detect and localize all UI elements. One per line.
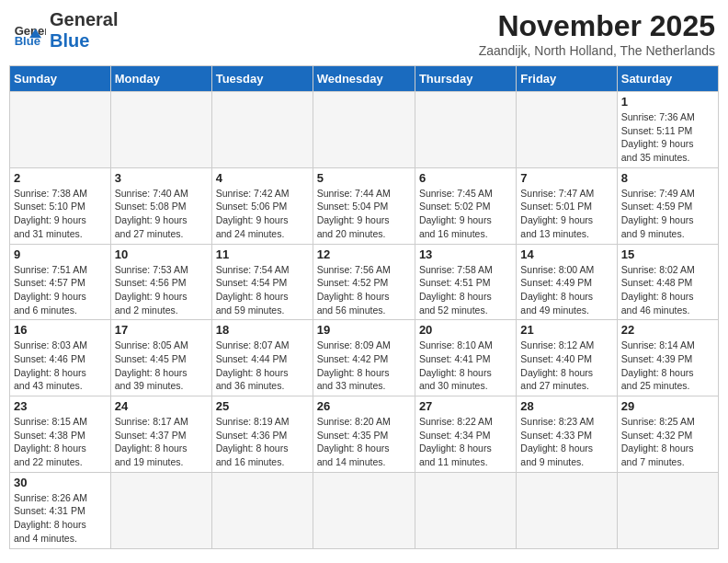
- day-info: Sunrise: 7:38 AM Sunset: 5:10 PM Dayligh…: [14, 187, 107, 241]
- day-number: 3: [115, 171, 208, 185]
- calendar-day-cell: 26Sunrise: 8:20 AM Sunset: 4:35 PM Dayli…: [313, 396, 415, 473]
- day-number: 7: [520, 171, 612, 185]
- day-info: Sunrise: 7:40 AM Sunset: 5:08 PM Dayligh…: [115, 187, 208, 241]
- day-info: Sunrise: 8:17 AM Sunset: 4:37 PM Dayligh…: [115, 415, 208, 469]
- svg-text:Blue: Blue: [15, 34, 40, 47]
- calendar-day-cell: 29Sunrise: 8:25 AM Sunset: 4:32 PM Dayli…: [617, 396, 718, 473]
- calendar-day-cell: 19Sunrise: 8:09 AM Sunset: 4:42 PM Dayli…: [313, 320, 415, 396]
- day-number: 18: [216, 323, 309, 337]
- title-block: November 2025 Zaandijk, North Holland, T…: [479, 9, 715, 58]
- page-header: General Blue General Blue November 2025 …: [9, 9, 719, 58]
- calendar-table: SundayMondayTuesdayWednesdayThursdayFrid…: [9, 65, 719, 549]
- day-number: 14: [520, 247, 612, 261]
- calendar-day-cell: 30Sunrise: 8:26 AM Sunset: 4:31 PM Dayli…: [10, 472, 111, 548]
- calendar-day-cell: 13Sunrise: 7:58 AM Sunset: 4:51 PM Dayli…: [415, 244, 516, 320]
- calendar-day-cell: 4Sunrise: 7:42 AM Sunset: 5:06 PM Daylig…: [211, 167, 313, 244]
- calendar-day-cell: 9Sunrise: 7:51 AM Sunset: 4:57 PM Daylig…: [10, 244, 111, 320]
- day-number: 27: [419, 399, 512, 413]
- calendar-day-cell: 24Sunrise: 8:17 AM Sunset: 4:37 PM Dayli…: [110, 396, 211, 473]
- day-info: Sunrise: 8:25 AM Sunset: 4:32 PM Dayligh…: [621, 415, 714, 469]
- day-info: Sunrise: 8:22 AM Sunset: 4:34 PM Dayligh…: [419, 415, 512, 469]
- day-info: Sunrise: 7:56 AM Sunset: 4:52 PM Dayligh…: [317, 263, 411, 317]
- calendar-header-tuesday: Tuesday: [211, 66, 313, 92]
- calendar-week-row: 23Sunrise: 8:15 AM Sunset: 4:38 PM Dayli…: [10, 396, 719, 473]
- calendar-day-cell: [211, 472, 313, 548]
- day-info: Sunrise: 7:47 AM Sunset: 5:01 PM Dayligh…: [520, 187, 612, 241]
- day-info: Sunrise: 7:42 AM Sunset: 5:06 PM Dayligh…: [216, 187, 309, 241]
- day-info: Sunrise: 7:53 AM Sunset: 4:56 PM Dayligh…: [115, 263, 208, 317]
- day-number: 2: [14, 171, 107, 185]
- day-info: Sunrise: 8:15 AM Sunset: 4:38 PM Dayligh…: [14, 415, 107, 469]
- day-info: Sunrise: 8:02 AM Sunset: 4:48 PM Dayligh…: [621, 263, 714, 317]
- day-info: Sunrise: 8:07 AM Sunset: 4:44 PM Dayligh…: [216, 339, 309, 393]
- calendar-day-cell: [110, 472, 211, 548]
- calendar-day-cell: 22Sunrise: 8:14 AM Sunset: 4:39 PM Dayli…: [617, 320, 718, 396]
- day-info: Sunrise: 7:36 AM Sunset: 5:11 PM Dayligh…: [621, 110, 714, 165]
- day-number: 21: [520, 323, 612, 337]
- day-info: Sunrise: 8:03 AM Sunset: 4:46 PM Dayligh…: [14, 339, 107, 393]
- calendar-day-cell: 7Sunrise: 7:47 AM Sunset: 5:01 PM Daylig…: [517, 167, 617, 244]
- calendar-header-friday: Friday: [517, 66, 617, 92]
- calendar-header-thursday: Thursday: [415, 66, 516, 92]
- logo: General Blue General Blue: [13, 9, 118, 52]
- day-number: 13: [419, 247, 512, 261]
- day-number: 20: [419, 323, 512, 337]
- day-number: 4: [216, 171, 309, 185]
- day-number: 22: [621, 323, 714, 337]
- day-info: Sunrise: 8:26 AM Sunset: 4:31 PM Dayligh…: [14, 491, 107, 546]
- day-info: Sunrise: 8:10 AM Sunset: 4:41 PM Dayligh…: [419, 339, 512, 393]
- month-title: November 2025: [479, 9, 715, 43]
- calendar-day-cell: 27Sunrise: 8:22 AM Sunset: 4:34 PM Dayli…: [415, 396, 516, 473]
- day-number: 29: [621, 399, 714, 413]
- calendar-day-cell: 20Sunrise: 8:10 AM Sunset: 4:41 PM Dayli…: [415, 320, 516, 396]
- calendar-day-cell: [517, 472, 617, 548]
- calendar-week-row: 2Sunrise: 7:38 AM Sunset: 5:10 PM Daylig…: [10, 167, 719, 244]
- day-info: Sunrise: 8:23 AM Sunset: 4:33 PM Dayligh…: [520, 415, 612, 469]
- day-info: Sunrise: 8:12 AM Sunset: 4:40 PM Dayligh…: [520, 339, 612, 393]
- calendar-week-row: 30Sunrise: 8:26 AM Sunset: 4:31 PM Dayli…: [10, 472, 719, 548]
- day-number: 23: [14, 399, 107, 413]
- calendar-day-cell: 16Sunrise: 8:03 AM Sunset: 4:46 PM Dayli…: [10, 320, 111, 396]
- calendar-day-cell: 28Sunrise: 8:23 AM Sunset: 4:33 PM Dayli…: [517, 396, 617, 473]
- calendar-header-sunday: Sunday: [10, 66, 111, 92]
- calendar-day-cell: 14Sunrise: 8:00 AM Sunset: 4:49 PM Dayli…: [517, 244, 617, 320]
- day-info: Sunrise: 7:58 AM Sunset: 4:51 PM Dayligh…: [419, 263, 512, 317]
- calendar-week-row: 16Sunrise: 8:03 AM Sunset: 4:46 PM Dayli…: [10, 320, 719, 396]
- calendar-day-cell: 23Sunrise: 8:15 AM Sunset: 4:38 PM Dayli…: [10, 396, 111, 473]
- calendar-day-cell: [110, 92, 211, 168]
- calendar-day-cell: 25Sunrise: 8:19 AM Sunset: 4:36 PM Dayli…: [211, 396, 313, 473]
- calendar-day-cell: 10Sunrise: 7:53 AM Sunset: 4:56 PM Dayli…: [110, 244, 211, 320]
- day-number: 26: [317, 399, 411, 413]
- calendar-day-cell: [10, 92, 111, 168]
- day-info: Sunrise: 7:49 AM Sunset: 4:59 PM Dayligh…: [621, 187, 714, 241]
- calendar-day-cell: 2Sunrise: 7:38 AM Sunset: 5:10 PM Daylig…: [10, 167, 111, 244]
- day-number: 28: [520, 399, 612, 413]
- day-number: 30: [14, 476, 107, 489]
- day-number: 24: [115, 399, 208, 413]
- calendar-day-cell: [313, 472, 415, 548]
- calendar-day-cell: 18Sunrise: 8:07 AM Sunset: 4:44 PM Dayli…: [211, 320, 313, 396]
- calendar-day-cell: 12Sunrise: 7:56 AM Sunset: 4:52 PM Dayli…: [313, 244, 415, 320]
- calendar-header-wednesday: Wednesday: [313, 66, 415, 92]
- calendar-header-monday: Monday: [110, 66, 211, 92]
- day-info: Sunrise: 7:51 AM Sunset: 4:57 PM Dayligh…: [14, 263, 107, 317]
- calendar-day-cell: 8Sunrise: 7:49 AM Sunset: 4:59 PM Daylig…: [617, 167, 718, 244]
- day-number: 5: [317, 171, 411, 185]
- logo-general-text: General: [50, 9, 118, 30]
- day-info: Sunrise: 8:19 AM Sunset: 4:36 PM Dayligh…: [216, 415, 309, 469]
- day-info: Sunrise: 8:09 AM Sunset: 4:42 PM Dayligh…: [317, 339, 411, 393]
- calendar-day-cell: [517, 92, 617, 168]
- day-number: 10: [115, 247, 208, 261]
- calendar-day-cell: 1Sunrise: 7:36 AM Sunset: 5:11 PM Daylig…: [617, 92, 718, 168]
- calendar-day-cell: 17Sunrise: 8:05 AM Sunset: 4:45 PM Dayli…: [110, 320, 211, 396]
- calendar-day-cell: [617, 472, 718, 548]
- calendar-day-cell: 5Sunrise: 7:44 AM Sunset: 5:04 PM Daylig…: [313, 167, 415, 244]
- day-number: 11: [216, 247, 309, 261]
- calendar-day-cell: 21Sunrise: 8:12 AM Sunset: 4:40 PM Dayli…: [517, 320, 617, 396]
- day-info: Sunrise: 8:20 AM Sunset: 4:35 PM Dayligh…: [317, 415, 411, 469]
- logo-icon: General Blue: [13, 14, 46, 47]
- day-number: 8: [621, 171, 714, 185]
- day-number: 25: [216, 399, 309, 413]
- calendar-day-cell: [313, 92, 415, 168]
- calendar-day-cell: [415, 472, 516, 548]
